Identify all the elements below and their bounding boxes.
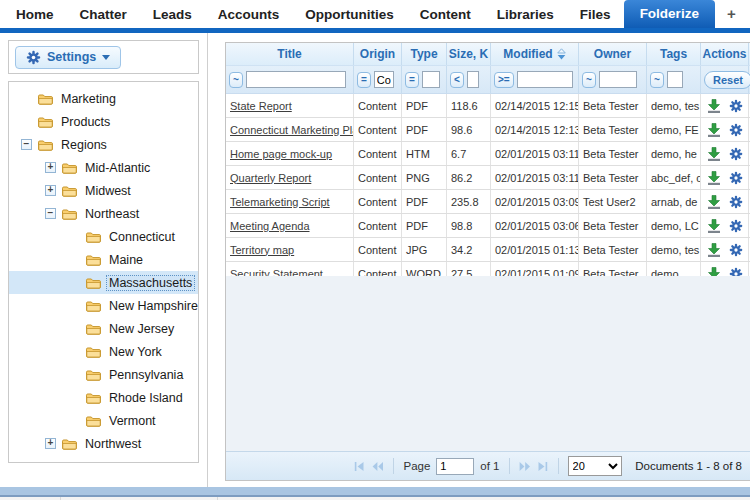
- folder-icon: [85, 253, 102, 267]
- document-link[interactable]: Meeting Agenda: [230, 220, 310, 232]
- tree-item-vermont[interactable]: Vermont: [9, 409, 198, 432]
- download-icon[interactable]: [707, 147, 721, 161]
- tree-item-maine[interactable]: Maine: [9, 248, 198, 271]
- column-header-type[interactable]: Type: [402, 43, 447, 65]
- tree-item-pennsylvania[interactable]: Pennsylvania: [9, 363, 198, 386]
- tags-filter-operator-button[interactable]: ~: [650, 72, 664, 88]
- gear-icon[interactable]: [729, 243, 743, 257]
- previous-page-icon[interactable]: [372, 461, 384, 472]
- tree-item-massachusetts[interactable]: Massachusetts: [9, 271, 198, 294]
- download-icon[interactable]: [707, 99, 721, 113]
- last-page-icon[interactable]: [537, 461, 549, 472]
- gear-icon[interactable]: [729, 171, 743, 185]
- download-icon[interactable]: [707, 195, 721, 209]
- download-icon[interactable]: [707, 123, 721, 137]
- column-header-actions[interactable]: Actions: [701, 43, 749, 65]
- column-header-modified[interactable]: Modified: [491, 43, 579, 65]
- tree-item-new-york[interactable]: New York: [9, 340, 198, 363]
- gear-icon[interactable]: [729, 123, 743, 137]
- nav-tab-libraries[interactable]: Libraries: [484, 2, 567, 28]
- add-tab-button[interactable]: +: [715, 0, 748, 28]
- column-header-size-k[interactable]: Size, K: [447, 43, 491, 65]
- expand-toggle-icon[interactable]: +: [45, 438, 56, 449]
- tree-item-midwest[interactable]: +Midwest: [9, 179, 198, 202]
- modified-filter-input[interactable]: [517, 71, 573, 88]
- size-k-filter-input[interactable]: [467, 71, 479, 88]
- document-link[interactable]: Quarterly Report: [230, 172, 311, 184]
- nav-tab-files[interactable]: Files: [567, 2, 624, 28]
- type-cell: PDF: [402, 214, 447, 237]
- column-header-owner[interactable]: Owner: [579, 43, 647, 65]
- documents-panel: TitleOriginTypeSize, KModifiedOwnerTagsA…: [225, 42, 750, 481]
- owner-cell: Beta Tester: [579, 166, 647, 189]
- collapse-toggle-icon[interactable]: −: [45, 208, 56, 219]
- owner-cell: Beta Tester: [579, 238, 647, 261]
- modified-cell: 02/01/2015 03:09: [491, 190, 579, 213]
- pager-separator: [393, 458, 394, 474]
- download-icon[interactable]: [707, 243, 721, 257]
- document-link[interactable]: Territory map: [230, 244, 294, 256]
- download-icon[interactable]: [707, 171, 721, 185]
- modified-cell: 02/01/2015 03:11: [491, 142, 579, 165]
- pager-separator: [558, 458, 559, 474]
- tree-item-rhode-island[interactable]: Rhode Island: [9, 386, 198, 409]
- gear-icon[interactable]: [729, 99, 743, 113]
- nav-tab-chatter[interactable]: Chatter: [67, 2, 140, 28]
- expand-toggle-icon[interactable]: +: [45, 162, 56, 173]
- page-size-select[interactable]: 20: [568, 456, 622, 476]
- modified-filter-operator-button[interactable]: >=: [494, 72, 514, 88]
- tree-item-regions[interactable]: −Regions: [9, 133, 198, 156]
- document-link[interactable]: Connecticut Marketing Plan: [230, 124, 354, 136]
- tags-filter-input[interactable]: [667, 71, 683, 88]
- collapse-toggle-icon[interactable]: −: [21, 139, 32, 150]
- column-header-title[interactable]: Title: [226, 43, 354, 65]
- size-k-filter-operator-button[interactable]: <: [450, 72, 464, 88]
- column-header-tags[interactable]: Tags: [647, 43, 701, 65]
- gear-icon[interactable]: [729, 195, 743, 209]
- expand-toggle-icon[interactable]: +: [45, 185, 56, 196]
- reset-filters-button[interactable]: Reset: [704, 71, 750, 89]
- origin-filter-input[interactable]: [374, 71, 394, 88]
- origin-filter-operator-button[interactable]: =: [357, 72, 371, 88]
- tree-item-marketing[interactable]: Marketing: [9, 87, 198, 110]
- tree-item-northeast[interactable]: −Northeast: [9, 202, 198, 225]
- gear-icon[interactable]: [729, 147, 743, 161]
- nav-tab-leads[interactable]: Leads: [140, 2, 205, 28]
- owner-filter-input[interactable]: [599, 71, 637, 88]
- modified-cell: 02/14/2015 12:13: [491, 118, 579, 141]
- nav-tab-content[interactable]: Content: [407, 2, 484, 28]
- title-filter-input[interactable]: [246, 71, 346, 88]
- type-filter-operator-button[interactable]: =: [405, 72, 419, 88]
- tree-item-label: Connecticut: [107, 230, 177, 244]
- size-cell: 98.8: [447, 214, 491, 237]
- tree-item-new-hampshire[interactable]: New Hampshire: [9, 294, 198, 317]
- nav-tab-accounts[interactable]: Accounts: [205, 2, 293, 28]
- sort-arrows-icon[interactable]: [557, 48, 566, 60]
- nav-tab-home[interactable]: Home: [3, 2, 67, 28]
- title-filter-operator-button[interactable]: ~: [229, 72, 243, 88]
- nav-tab-opportunities[interactable]: Opportunities: [292, 2, 407, 28]
- gear-icon[interactable]: [729, 219, 743, 233]
- column-header-label: Tags: [660, 47, 687, 61]
- document-link[interactable]: Telemarketing Script: [230, 196, 330, 208]
- owner-cell: Test User2: [579, 190, 647, 213]
- page-input[interactable]: [436, 458, 474, 475]
- settings-button[interactable]: Settings: [15, 46, 121, 69]
- type-filter-input[interactable]: [422, 71, 440, 88]
- tree-item-products[interactable]: Products: [9, 110, 198, 133]
- tags-cell: arnab, de: [647, 190, 701, 213]
- next-page-icon[interactable]: [519, 461, 531, 472]
- horizontal-scrollbar[interactable]: [0, 487, 750, 497]
- owner-filter-operator-button[interactable]: ~: [582, 72, 596, 88]
- column-header-origin[interactable]: Origin: [354, 43, 402, 65]
- tree-item-northwest[interactable]: +Northwest: [9, 432, 198, 455]
- tree-item-connecticut[interactable]: Connecticut: [9, 225, 198, 248]
- first-page-icon[interactable]: [354, 461, 366, 472]
- nav-tab-folderize[interactable]: Folderize: [624, 0, 715, 28]
- tree-item-mid-atlantic[interactable]: +Mid-Atlantic: [9, 156, 198, 179]
- tree-item-new-jersey[interactable]: New Jersey: [9, 317, 198, 340]
- folder-icon: [85, 391, 102, 405]
- document-link[interactable]: State Report: [230, 100, 292, 112]
- document-link[interactable]: Home page mock-up: [230, 148, 332, 160]
- download-icon[interactable]: [707, 219, 721, 233]
